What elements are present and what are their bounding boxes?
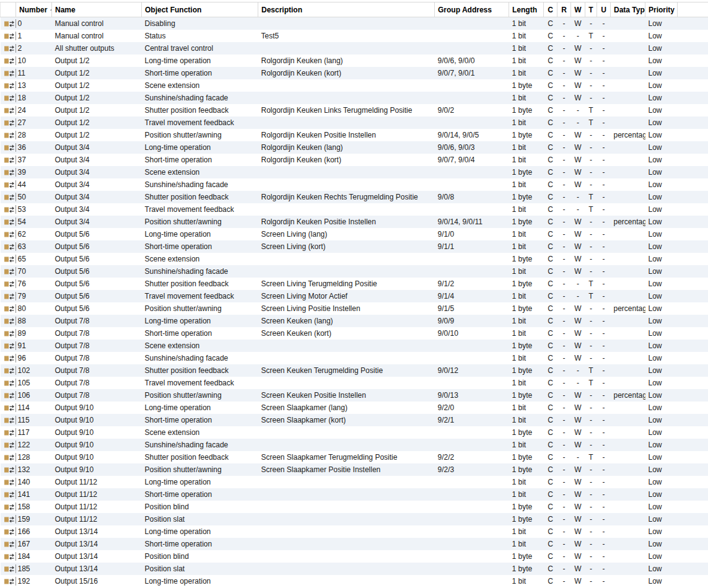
cell-length: 1 byte — [509, 302, 544, 315]
group-object-row[interactable]: 128Output 9/10Shutter position feedbackS… — [1, 451, 708, 463]
group-object-row[interactable]: 105Output 7/8Travel movement feedback1 b… — [1, 377, 708, 389]
column-header-name[interactable]: Name — [52, 2, 142, 17]
group-object-row[interactable]: 11Output 1/2Short-time operationRolgordi… — [1, 67, 708, 79]
cell-c: C — [544, 116, 557, 129]
cell-t: - — [585, 55, 597, 67]
group-object-row[interactable]: 96Output 7/8Sunshine/shading facade1 bit… — [1, 352, 708, 364]
group-object-row[interactable]: 39Output 3/4Scene extension1 byteC-W--Lo… — [1, 166, 708, 178]
cell-name: Manual control — [52, 17, 142, 30]
column-header-object-function[interactable]: Object Function — [142, 2, 258, 17]
cell-c: C — [544, 42, 557, 55]
group-object-row[interactable]: 36Output 3/4Long-time operationRolgordij… — [1, 141, 708, 154]
column-header-data-type[interactable]: Data Type — [611, 2, 645, 17]
cell-length: 1 bit — [509, 203, 544, 216]
column-header-w[interactable]: W — [571, 2, 585, 17]
column-header-description[interactable]: Description — [258, 2, 435, 17]
cell-name: Output 7/8 — [52, 389, 142, 402]
cell-icon — [1, 538, 16, 550]
group-object-row[interactable]: 184Output 13/14Position blind1 byteC-W--… — [1, 550, 708, 563]
cell-description — [258, 439, 435, 451]
group-object-row[interactable]: 106Output 7/8Position shutter/awningScre… — [1, 389, 708, 402]
cell-priority: Low — [645, 228, 678, 240]
group-object-row[interactable]: 44Output 3/4Sunshine/shading facade1 bit… — [1, 178, 708, 191]
column-header-c[interactable]: C — [544, 2, 557, 17]
cell-group-address: 9/0/14, 9/0/5 — [435, 129, 509, 141]
cell-w: W — [571, 315, 585, 327]
cell-length: 1 bit — [509, 525, 544, 538]
group-object-row[interactable]: 158Output 11/12Position blind1 byteC-W--… — [1, 501, 708, 513]
cell-number: 50 — [16, 191, 52, 203]
cell-description: Screen Living Terugmelding Positie — [258, 278, 435, 290]
group-object-row[interactable]: 76Output 5/6Shutter position feedbackScr… — [1, 278, 708, 290]
group-object-row[interactable]: 63Output 5/6Short-time operationScreen L… — [1, 240, 708, 253]
cell-u: - — [597, 178, 611, 191]
cell-u: - — [597, 340, 611, 352]
group-object-row[interactable]: 0Manual controlDisabling1 bitC-W--Low — [1, 17, 708, 30]
group-object-row[interactable]: 185Output 13/14Position slat1 byteC-W--L… — [1, 563, 708, 575]
group-object-row[interactable]: 141Output 11/12Short-time operation1 bit… — [1, 488, 708, 501]
cell-t: - — [585, 488, 597, 501]
group-object-row[interactable]: 117Output 9/10Scene extension1 byteC-W--… — [1, 426, 708, 439]
cell-number: 80 — [16, 302, 52, 315]
group-object-row[interactable]: 114Output 9/10Long-time operationScreen … — [1, 402, 708, 414]
group-object-row[interactable]: 2All shutter outputsCentral travel contr… — [1, 42, 708, 55]
cell-w: W — [571, 575, 585, 587]
cell-t: - — [585, 575, 597, 587]
cell-length: 1 bit — [509, 290, 544, 302]
cell-function: Shutter position feedback — [142, 104, 258, 116]
group-object-row[interactable]: 50Output 3/4Shutter position feedbackRol… — [1, 191, 708, 203]
group-object-row[interactable]: 27Output 1/2Travel movement feedback1 bi… — [1, 116, 708, 129]
cell-number: 158 — [16, 501, 52, 513]
column-header-group-address[interactable]: Group Address — [435, 2, 509, 17]
group-object-row[interactable]: 28Output 1/2Position shutter/awningRolgo… — [1, 129, 708, 141]
group-object-row[interactable]: 62Output 5/6Long-time operationScreen Li… — [1, 228, 708, 240]
group-object-row[interactable]: 159Output 11/12Position slat1 byteC-W--L… — [1, 513, 708, 525]
group-object-row[interactable]: 10Output 1/2Long-time operationRolgordij… — [1, 55, 708, 67]
group-object-row[interactable]: 122Output 9/10Sunshine/shading facade1 b… — [1, 439, 708, 451]
group-object-row[interactable]: 70Output 5/6Sunshine/shading facade1 bit… — [1, 265, 708, 278]
group-object-row[interactable]: 102Output 7/8Shutter position feedbackSc… — [1, 364, 708, 377]
group-object-row[interactable]: 88Output 7/8Long-time operationScreen Ke… — [1, 315, 708, 327]
cell-function: Position blind — [142, 550, 258, 563]
column-header-t[interactable]: T — [585, 2, 597, 17]
group-object-row[interactable]: 167Output 13/14Short-time operation1 bit… — [1, 538, 708, 550]
cell-c: C — [544, 154, 557, 166]
group-object-row[interactable]: 79Output 5/6Travel movement feedbackScre… — [1, 290, 708, 302]
group-object-row[interactable]: 18Output 1/2Sunshine/shading facade1 bit… — [1, 92, 708, 104]
group-object-row[interactable]: 140Output 11/12Long-time operation1 bitC… — [1, 476, 708, 488]
cell-t: T — [585, 377, 597, 389]
column-header-u[interactable]: U — [597, 2, 611, 17]
cell-data-type — [611, 79, 645, 92]
cell-data-type — [611, 92, 645, 104]
cell-u: - — [597, 389, 611, 402]
group-object-row[interactable]: 80Output 5/6Position shutter/awningScree… — [1, 302, 708, 315]
group-object-row[interactable]: 54Output 3/4Position shutter/awningRolgo… — [1, 216, 708, 228]
cell-icon — [1, 315, 16, 327]
group-object-icon — [4, 292, 15, 301]
cell-r: - — [557, 154, 571, 166]
group-object-row[interactable]: 37Output 3/4Short-time operationRolgordi… — [1, 154, 708, 166]
group-object-row[interactable]: 53Output 3/4Travel movement feedback1 bi… — [1, 203, 708, 216]
group-object-row[interactable]: 24Output 1/2Shutter position feedbackRol… — [1, 104, 708, 116]
group-object-row[interactable]: 115Output 9/10Short-time operationScreen… — [1, 414, 708, 426]
column-header-priority[interactable]: Priority — [645, 2, 678, 17]
group-object-row[interactable]: 91Output 7/8Scene extension1 byteC-W--Lo… — [1, 340, 708, 352]
cell-description — [258, 265, 435, 278]
group-object-row[interactable]: 1Manual controlStatusTest51 bitC--T-Low — [1, 30, 708, 42]
group-object-row[interactable]: 132Output 9/10Position shutter/awningScr… — [1, 463, 708, 476]
cell-group-address — [435, 575, 509, 587]
cell-r: - — [557, 17, 571, 30]
cell-c: C — [544, 364, 557, 377]
column-header-length[interactable]: Length — [509, 2, 544, 17]
group-object-row[interactable]: 192Output 15/16Long-time operation1 bitC… — [1, 575, 708, 587]
cell-filler — [678, 178, 708, 191]
cell-number: 185 — [16, 563, 52, 575]
group-object-row[interactable]: 13Output 1/2Scene extension1 byteC-W--Lo… — [1, 79, 708, 92]
group-object-row[interactable]: 166Output 13/14Long-time operation1 bitC… — [1, 525, 708, 538]
group-object-row[interactable]: 65Output 5/6Scene extension1 byteC-W--Lo… — [1, 253, 708, 265]
cell-c: C — [544, 302, 557, 315]
cell-function: Sunshine/shading facade — [142, 178, 258, 191]
column-header-r[interactable]: R — [557, 2, 571, 17]
group-object-row[interactable]: 89Output 7/8Short-time operationScreen K… — [1, 327, 708, 340]
column-header-number[interactable]: Number — [16, 2, 52, 17]
